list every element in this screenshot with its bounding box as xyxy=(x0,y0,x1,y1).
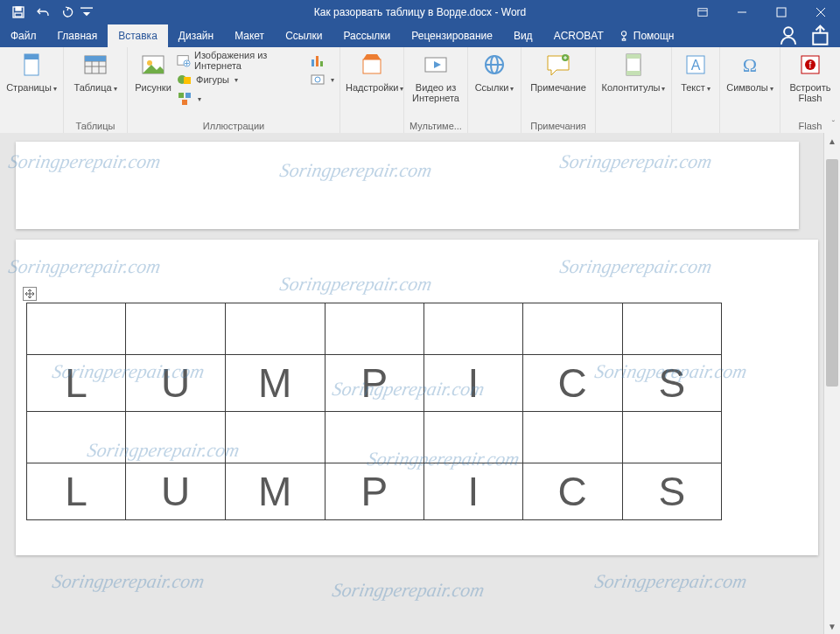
pages-button[interactable]: Страницы▾ xyxy=(5,51,58,94)
window-title: Как разорвать таблицу в Ворде.docx - Wor… xyxy=(314,6,526,18)
smartart-icon xyxy=(177,91,192,107)
svg-rect-1 xyxy=(16,7,21,10)
svg-rect-2 xyxy=(15,13,22,17)
group-media-label: Мультиме... xyxy=(410,119,462,131)
tab-view[interactable]: Вид xyxy=(503,24,543,47)
ribbon-options-button[interactable] xyxy=(682,0,722,24)
group-illustrations-label: Иллюстрации xyxy=(133,119,334,131)
tab-design[interactable]: Дизайн xyxy=(168,24,224,47)
table-row xyxy=(27,412,722,463)
svg-rect-28 xyxy=(178,93,184,98)
table-row: LUMPICS xyxy=(27,463,722,520)
group-comments-label: Примечания xyxy=(527,119,590,131)
addins-button[interactable]: Надстройки▾ xyxy=(346,51,398,94)
chart-button[interactable] xyxy=(310,51,334,70)
ribbon-tabs: Файл Главная Вставка Дизайн Макет Ссылки… xyxy=(0,24,840,47)
close-button[interactable] xyxy=(801,0,840,24)
table-row: LUMPICS xyxy=(27,355,722,412)
video-icon xyxy=(422,51,450,79)
tab-home[interactable]: Главная xyxy=(47,24,108,47)
page-2[interactable]: LUMPICS LUMPICS xyxy=(16,240,818,555)
chart-icon xyxy=(310,52,326,68)
svg-rect-27 xyxy=(184,77,191,84)
group-links: Ссылки▾ xyxy=(468,47,522,133)
minimize-button[interactable] xyxy=(722,0,761,24)
svg-rect-3 xyxy=(80,7,93,8)
svg-rect-29 xyxy=(186,93,191,98)
tab-references[interactable]: Ссылки xyxy=(275,24,332,47)
group-tables: Таблица▾ Таблицы xyxy=(64,47,128,133)
svg-rect-36 xyxy=(363,59,381,73)
group-tables-label: Таблицы xyxy=(69,119,122,131)
shapes-icon xyxy=(177,72,192,87)
scroll-thumb[interactable] xyxy=(826,159,838,387)
shapes-button[interactable]: Фигуры▾ xyxy=(177,70,303,89)
page-1-bottom[interactable] xyxy=(16,142,799,229)
svg-rect-31 xyxy=(312,59,314,66)
tell-me-label: Помощн xyxy=(634,30,675,42)
flash-button[interactable]: f Встроить Flash xyxy=(786,51,835,103)
tell-me-search[interactable]: Помощн xyxy=(618,24,675,47)
group-illustrations: Рисунки Изображения из Интернета Фигуры▾… xyxy=(128,47,340,133)
page-scroll[interactable]: LUMPICS LUMPICS xyxy=(0,133,823,634)
table-icon xyxy=(81,51,109,79)
svg-rect-11 xyxy=(622,39,626,41)
collapse-ribbon-button[interactable]: ˇ xyxy=(832,120,835,129)
tab-mailings[interactable]: Рассылки xyxy=(332,24,401,47)
table-row xyxy=(27,303,722,355)
scroll-down-button[interactable]: ▼ xyxy=(824,618,840,634)
tab-file[interactable]: Файл xyxy=(0,24,47,47)
svg-rect-32 xyxy=(316,56,318,66)
group-headerfooter: Колонтитулы▾ xyxy=(596,47,672,133)
group-pages: Страницы▾ xyxy=(0,47,64,133)
svg-rect-7 xyxy=(777,8,786,17)
scroll-up-button[interactable]: ▲ xyxy=(824,133,840,149)
text-icon: A xyxy=(682,51,710,79)
links-button[interactable]: Ссылки▾ xyxy=(473,51,515,94)
undo-button[interactable] xyxy=(32,1,54,24)
online-pictures-icon xyxy=(177,52,191,68)
comment-button[interactable]: Примечание xyxy=(527,51,590,93)
window-controls xyxy=(682,0,840,24)
svg-point-23 xyxy=(147,60,152,66)
screenshot-icon xyxy=(310,72,326,87)
flash-icon: f xyxy=(796,51,824,79)
share-button[interactable] xyxy=(810,24,833,47)
table-move-handle[interactable] xyxy=(23,287,37,301)
tab-layout[interactable]: Макет xyxy=(224,24,275,47)
smartart-button[interactable]: ▾ xyxy=(177,89,303,108)
tab-insert[interactable]: Вставка xyxy=(108,24,168,47)
svg-rect-13 xyxy=(813,33,827,45)
vertical-scrollbar[interactable]: ▲ ▼ xyxy=(823,133,840,634)
tab-acrobat[interactable]: ACROBAT xyxy=(543,24,614,47)
symbols-button[interactable]: Ω Символы▾ xyxy=(725,51,774,94)
titlebar: Как разорвать таблицу в Ворде.docx - Wor… xyxy=(0,0,840,24)
tab-review[interactable]: Рецензирование xyxy=(401,24,503,47)
document-area: LUMPICS LUMPICS ▲ ▼ xyxy=(0,133,840,634)
omega-icon: Ω xyxy=(736,51,764,79)
svg-rect-30 xyxy=(182,100,187,105)
pictures-button[interactable]: Рисунки xyxy=(133,51,173,93)
page-icon xyxy=(18,51,46,79)
online-video-button[interactable]: Видео из Интернета xyxy=(410,51,462,103)
account-button[interactable] xyxy=(777,24,800,47)
word-table[interactable]: LUMPICS LUMPICS xyxy=(26,303,722,520)
svg-text:Ω: Ω xyxy=(743,54,757,76)
svg-text:A: A xyxy=(691,58,701,73)
picture-icon xyxy=(139,51,167,79)
redo-button[interactable] xyxy=(56,1,79,24)
svg-point-10 xyxy=(621,31,626,36)
save-button[interactable] xyxy=(7,1,30,24)
group-media: Видео из Интернета Мультиме... xyxy=(404,47,468,133)
table-button[interactable]: Таблица▾ xyxy=(69,51,122,94)
svg-text:f: f xyxy=(809,60,812,70)
text-button[interactable]: A Текст▾ xyxy=(677,51,714,94)
svg-rect-33 xyxy=(320,61,323,66)
maximize-button[interactable] xyxy=(761,0,801,24)
link-icon xyxy=(480,51,508,79)
screenshot-button[interactable]: ▾ xyxy=(310,70,334,89)
headerfooter-icon xyxy=(620,51,648,79)
online-pictures-button[interactable]: Изображения из Интернета xyxy=(177,51,303,70)
qat-customize-button[interactable] xyxy=(80,1,93,24)
headerfooter-button[interactable]: Колонтитулы▾ xyxy=(601,51,666,94)
